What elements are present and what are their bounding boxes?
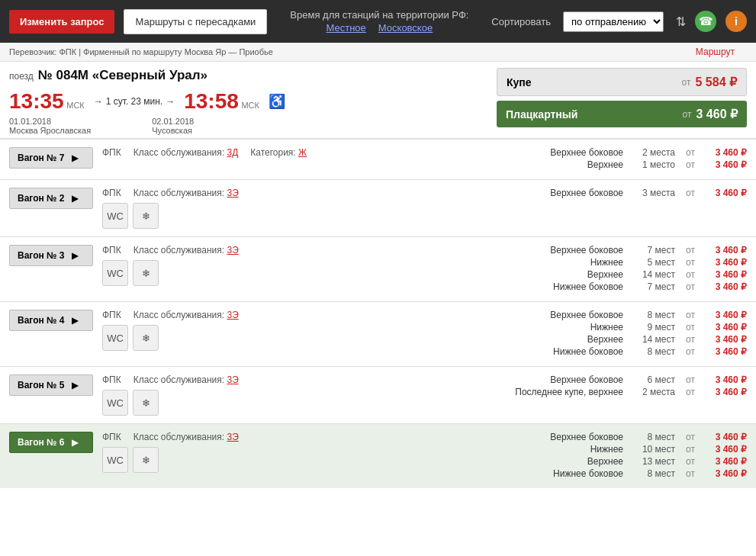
- seat-count-wagon6-1: 10 мест: [629, 444, 675, 455]
- moscow-time-link[interactable]: Московское: [378, 22, 433, 34]
- amenity-ac-icon: ❄: [133, 390, 159, 416]
- seat-count-wagon5-0: 6 мест: [629, 374, 675, 385]
- wagon-service-class-wagon2: Класс обслуживания: 3Э: [134, 188, 239, 198]
- depart-time: 13:35: [9, 89, 64, 113]
- wagon-section-wagon6: Вагон № 6 ▶ФПККласс обслуживания: 3ЭWC❄В…: [0, 423, 756, 488]
- seat-type-wagon4-1: Нижнее: [509, 322, 623, 333]
- arrow-right: →: [166, 96, 175, 107]
- wagon-section-wagon4: Вагон № 4 ▶ФПККласс обслуживания: 3ЭWC❄В…: [0, 301, 756, 366]
- arrive-station-block: 02.01.2018 Чусовская: [152, 117, 194, 135]
- seat-price-wagon3-3: 3 460 ₽: [701, 281, 747, 292]
- depart-row: 13:35 МСК → 1 сут. 23 мин. → 13:58 МСК ♿: [9, 89, 487, 114]
- amenity-icons-wagon3: WC❄: [102, 260, 500, 286]
- seat-price-wagon6-2: 3 460 ₽: [701, 456, 747, 467]
- seat-count-wagon6-3: 8 мест: [629, 468, 675, 479]
- time-info-label: Время для станций на территории РФ:: [276, 9, 482, 21]
- wagon-meta-wagon3: ФПККласс обслуживания: 3ЭWC❄: [102, 245, 500, 286]
- seat-row-wagon7-0: Верхнее боковое2 местаот3 460 ₽: [509, 147, 747, 158]
- main-content: поезд № 084М «Северный Урал» 13:35 МСК →…: [0, 62, 756, 139]
- seat-from-wagon4-3: от: [681, 346, 695, 357]
- arrive-date: 02.01.2018: [152, 117, 194, 126]
- seat-count-wagon4-2: 14 мест: [629, 334, 675, 345]
- sort-label: Сортировать: [491, 16, 551, 27]
- service-link-wagon7[interactable]: 3Д: [227, 147, 238, 158]
- seat-count-wagon7-1: 1 место: [629, 159, 675, 170]
- seat-type-wagon3-2: Верхнее: [509, 269, 623, 280]
- seat-row-wagon4-0: Верхнее боковое8 местот3 460 ₽: [509, 310, 747, 320]
- kupe-price-box[interactable]: Купе от 5 584 ₽: [497, 68, 747, 96]
- category-link-wagon7[interactable]: Ж: [298, 147, 307, 158]
- seat-price-wagon4-2: 3 460 ₽: [701, 334, 747, 345]
- seat-row-wagon6-1: Нижнее10 местот3 460 ₽: [509, 444, 747, 455]
- service-link-wagon2[interactable]: 3Э: [227, 188, 238, 198]
- seat-price-wagon3-1: 3 460 ₽: [701, 257, 747, 268]
- wagon-carrier-wagon5: ФПК: [102, 374, 121, 385]
- change-query-button[interactable]: Изменить запрос: [9, 10, 114, 34]
- seat-count-wagon7-0: 2 места: [629, 147, 675, 158]
- seats-table-wagon5: Верхнее боковое6 местот3 460 ₽Последнее …: [509, 374, 747, 399]
- wagon-category-wagon7: Категория: Ж: [250, 147, 307, 158]
- seat-row-wagon3-2: Верхнее14 местот3 460 ₽: [509, 269, 747, 280]
- amenity-ac-icon: ❄: [133, 260, 159, 286]
- service-link-wagon4[interactable]: 3Э: [227, 310, 238, 320]
- amenity-wc-icon: WC: [102, 260, 128, 286]
- sort-select[interactable]: по отправлению по прибытию по цене: [563, 11, 664, 32]
- seat-from-wagon5-1: от: [681, 387, 695, 397]
- platzkart-label: Плацкартный: [506, 108, 577, 121]
- route-link[interactable]: Маршрут: [696, 47, 735, 57]
- seat-count-wagon6-0: 8 мест: [629, 432, 675, 442]
- platzkart-price-box[interactable]: Плацкартный от 3 460 ₽: [497, 101, 747, 127]
- local-time-link[interactable]: Местное: [327, 22, 366, 34]
- seat-row-wagon4-1: Нижнее9 местот3 460 ₽: [509, 322, 747, 333]
- wagon-section-wagon3: Вагон № 3 ▶ФПККласс обслуживания: 3ЭWC❄В…: [0, 236, 756, 301]
- seat-from-wagon6-3: от: [681, 468, 695, 479]
- kupe-label: Купе: [507, 76, 532, 88]
- amenity-ac-icon: ❄: [133, 447, 159, 473]
- seat-from-wagon4-0: от: [681, 310, 695, 320]
- wagon-button-wagon5[interactable]: Вагон № 5 ▶: [9, 374, 93, 396]
- wagon-meta-top-wagon2: ФПККласс обслуживания: 3Э: [102, 188, 500, 198]
- routes-with-transfers-button[interactable]: Маршруты с пересадками: [124, 9, 267, 34]
- seat-price-wagon6-0: 3 460 ₽: [701, 432, 747, 442]
- wagon-section-wagon7: Вагон № 7 ▶ФПККласс обслуживания: 3ДКате…: [0, 139, 756, 179]
- seat-count-wagon4-1: 9 мест: [629, 322, 675, 333]
- sort-direction-icon[interactable]: ⇅: [676, 14, 686, 29]
- info-icon-button[interactable]: i: [725, 11, 747, 32]
- wagon-button-wagon2[interactable]: Вагон № 2 ▶: [9, 188, 93, 209]
- wagon-meta-top-wagon7: ФПККласс обслуживания: 3ДКатегория: Ж: [102, 147, 500, 158]
- wagon-carrier-wagon6: ФПК: [102, 432, 121, 442]
- service-link-wagon3[interactable]: 3Э: [227, 245, 238, 256]
- seat-row-wagon3-1: Нижнее5 местот3 460 ₽: [509, 257, 747, 268]
- seat-price-wagon6-3: 3 460 ₽: [701, 468, 747, 479]
- arrive-station: Чусовская: [152, 126, 194, 135]
- depart-date: 01.01.2018: [9, 117, 91, 126]
- wagon-button-wagon6[interactable]: Вагон № 6 ▶: [9, 432, 93, 453]
- seat-price-wagon2-0: 3 460 ₽: [701, 188, 747, 198]
- seat-price-wagon4-0: 3 460 ₽: [701, 310, 747, 320]
- wagon-button-wagon3[interactable]: Вагон № 3 ▶: [9, 245, 93, 266]
- arrive-time: 13:58: [184, 89, 239, 113]
- seat-row-wagon4-3: Нижнее боковое8 местот3 460 ₽: [509, 346, 747, 357]
- wagon-service-class-wagon4: Класс обслуживания: 3Э: [134, 310, 239, 320]
- seat-row-wagon6-0: Верхнее боковое8 местот3 460 ₽: [509, 432, 747, 442]
- seat-from-wagon3-1: от: [681, 257, 695, 268]
- carrier-text: Перевозчик: ФПК | Фирменный по маршруту …: [9, 47, 273, 56]
- service-link-wagon6[interactable]: 3Э: [227, 432, 238, 442]
- seat-count-wagon4-0: 8 мест: [629, 310, 675, 320]
- seat-row-wagon6-2: Верхнее13 местот3 460 ₽: [509, 456, 747, 467]
- wagon-button-wagon4[interactable]: Вагон № 4 ▶: [9, 310, 93, 331]
- seat-price-wagon5-0: 3 460 ₽: [701, 374, 747, 385]
- train-details: поезд № 084М «Северный Урал» 13:35 МСК →…: [0, 62, 497, 138]
- wagon-button-wagon7[interactable]: Вагон № 7 ▶: [9, 147, 93, 169]
- service-link-wagon5[interactable]: 3Э: [227, 374, 238, 385]
- amenity-wc-icon: WC: [102, 447, 128, 473]
- seats-table-wagon4: Верхнее боковое8 местот3 460 ₽Нижнее9 ме…: [509, 310, 747, 358]
- seat-price-wagon6-1: 3 460 ₽: [701, 444, 747, 455]
- arrive-tz: МСК: [241, 101, 259, 110]
- wagon-service-class-wagon5: Класс обслуживания: 3Э: [134, 374, 239, 385]
- seats-table-wagon7: Верхнее боковое2 местаот3 460 ₽Верхнее1 …: [509, 147, 747, 172]
- seat-count-wagon3-1: 5 мест: [629, 257, 675, 268]
- seat-price-wagon4-3: 3 460 ₽: [701, 346, 747, 357]
- phone-icon-button[interactable]: ☎: [695, 11, 716, 32]
- seat-type-wagon5-0: Верхнее боковое: [509, 374, 623, 385]
